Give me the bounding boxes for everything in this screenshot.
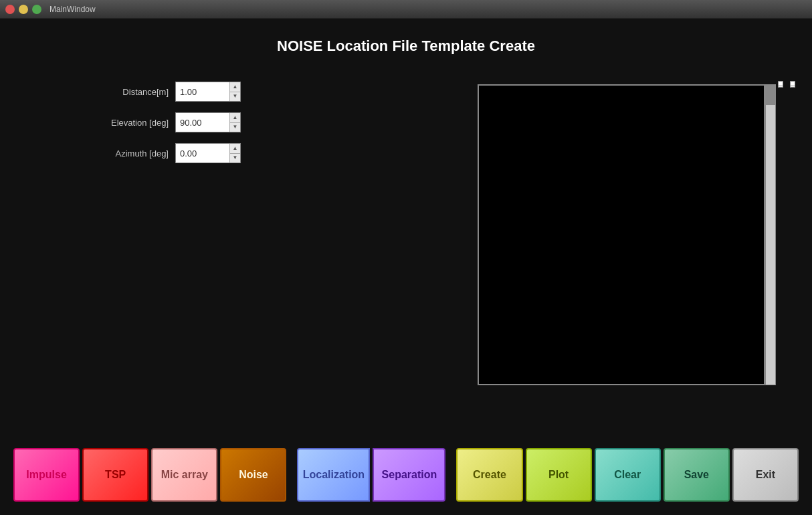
clear-button[interactable]: Clear bbox=[595, 448, 661, 502]
noise-button[interactable]: Noise bbox=[220, 448, 286, 502]
button-bar: Impulse TSP Mic array Noise Localization… bbox=[0, 435, 812, 515]
impulse-button[interactable]: Impulse bbox=[13, 448, 80, 502]
plot-scrollbar[interactable] bbox=[765, 84, 776, 385]
elevation-input[interactable] bbox=[176, 113, 229, 132]
minimize-button[interactable] bbox=[19, 5, 28, 14]
distance-row: Distance[m] ▲ ▼ bbox=[13, 82, 241, 102]
maximize-button[interactable] bbox=[32, 5, 41, 14]
separation-button[interactable]: Separation bbox=[373, 448, 445, 502]
title-bar: MainWindow bbox=[0, 0, 812, 19]
distance-spinner[interactable]: ▲ ▼ bbox=[175, 82, 241, 102]
azimuth-label: Azimuth [deg] bbox=[88, 148, 169, 159]
elevation-spinner[interactable]: ▲ ▼ bbox=[175, 112, 241, 132]
main-content: NOISE Location File Template Create Dist… bbox=[0, 19, 812, 515]
distance-arrows: ▲ ▼ bbox=[229, 82, 240, 101]
corner-handle-br[interactable] bbox=[778, 81, 783, 86]
azimuth-down-arrow[interactable]: ▼ bbox=[230, 154, 240, 163]
corner-handle-bl[interactable] bbox=[790, 81, 795, 86]
left-controls: Distance[m] ▲ ▼ Elevation [deg] ▲ ▼ bbox=[0, 68, 254, 435]
azimuth-arrows: ▲ ▼ bbox=[229, 144, 240, 163]
azimuth-up-arrow[interactable]: ▲ bbox=[230, 144, 240, 154]
body-area: Distance[m] ▲ ▼ Elevation [deg] ▲ ▼ bbox=[0, 68, 812, 435]
azimuth-row: Azimuth [deg] ▲ ▼ bbox=[13, 143, 241, 163]
plot-canvas bbox=[478, 84, 765, 385]
elevation-row: Elevation [deg] ▲ ▼ bbox=[13, 112, 241, 132]
elevation-up-arrow[interactable]: ▲ bbox=[230, 113, 240, 123]
exit-button[interactable]: Exit bbox=[732, 448, 799, 502]
elevation-arrows: ▲ ▼ bbox=[229, 113, 240, 132]
plot-button[interactable]: Plot bbox=[526, 448, 592, 502]
plot-scrollbar-thumb[interactable] bbox=[766, 85, 775, 105]
azimuth-spinner[interactable]: ▲ ▼ bbox=[175, 143, 241, 163]
localization-button[interactable]: Localization bbox=[297, 448, 370, 502]
page-title: NOISE Location File Template Create bbox=[0, 19, 812, 68]
window-title: MainWindow bbox=[49, 5, 96, 14]
elevation-label: Elevation [deg] bbox=[88, 118, 169, 128]
create-button[interactable]: Create bbox=[456, 448, 522, 502]
distance-label: Distance[m] bbox=[88, 87, 169, 97]
distance-input[interactable] bbox=[176, 82, 229, 101]
azimuth-input[interactable] bbox=[176, 144, 229, 163]
close-button[interactable] bbox=[5, 5, 15, 14]
elevation-down-arrow[interactable]: ▼ bbox=[230, 123, 240, 132]
plot-inner bbox=[479, 86, 764, 384]
distance-up-arrow[interactable]: ▲ bbox=[230, 82, 240, 92]
mic-array-button[interactable]: Mic array bbox=[151, 448, 217, 502]
distance-down-arrow[interactable]: ▼ bbox=[230, 92, 240, 102]
save-button[interactable]: Save bbox=[664, 448, 730, 502]
tsp-button[interactable]: TSP bbox=[82, 448, 148, 502]
